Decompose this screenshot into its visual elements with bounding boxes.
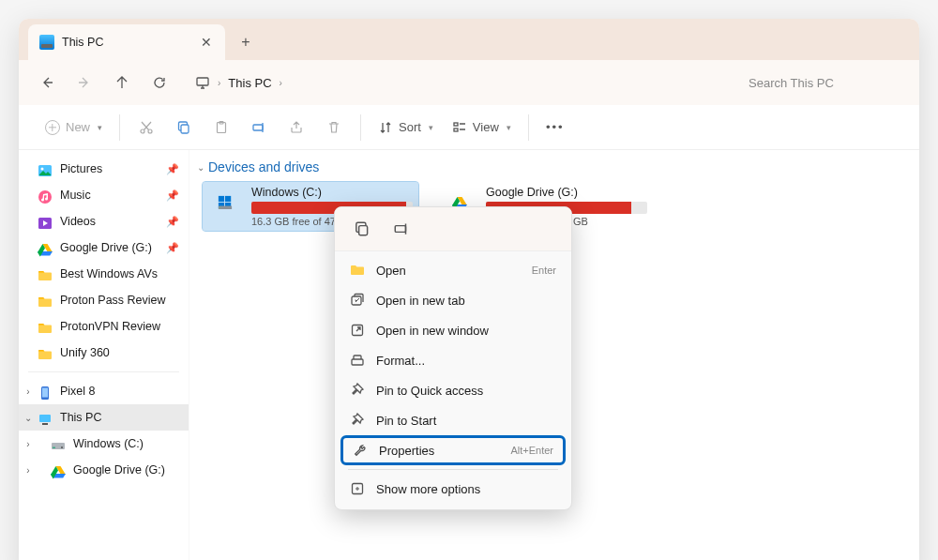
section-header-devices[interactable]: ⌄ Devices and drives [197,159,906,174]
separator [528,114,529,141]
context-menu-label: Show more options [376,482,545,496]
sidebar-quick-item[interactable]: ProtonVPN Review [19,313,189,340]
context-menu-item-open-in-new-window[interactable]: Open in new window [340,315,566,345]
music-icon [38,189,53,202]
rename-button[interactable] [242,112,276,144]
tab-this-pc[interactable]: This PC ✕ [28,24,225,60]
context-menu-item-open-in-new-tab[interactable]: Open in new tab [340,285,566,315]
search-box[interactable]: Search This PC [739,67,908,98]
context-menu-item-pin-to-quick-access[interactable]: Pin to Quick access [340,375,566,405]
share-icon [289,120,304,135]
separator [28,371,179,372]
new-label: New [66,120,90,134]
cut-button[interactable] [129,112,163,144]
context-menu-item-open[interactable]: Open Enter [340,255,566,285]
trash-icon [326,120,341,135]
context-menu-item-pin-to-start[interactable]: Pin to Start [340,405,566,435]
pictures-icon [38,163,53,175]
more-icon [350,481,365,496]
more-button[interactable]: ••• [538,112,572,144]
folder-icon [38,268,53,280]
copy-icon [176,120,191,135]
up-button[interactable] [105,66,139,99]
copy-icon [354,220,371,237]
svg-point-19 [61,446,63,448]
sidebar-item-label: Best Windows AVs [60,267,179,280]
pc-icon [38,412,53,424]
chevron-down-icon: ▾ [429,123,433,132]
file-explorer-window: This PC ✕ + › This PC › Search This PC [19,19,919,560]
expand-icon[interactable]: › [23,465,34,476]
svg-rect-27 [395,226,405,233]
breadcrumb-location[interactable]: This PC [228,76,271,90]
folder-icon [38,347,53,359]
gdrive-icon [51,464,66,477]
refresh-button[interactable] [143,66,176,99]
rename-button[interactable] [391,219,412,239]
share-button[interactable] [280,112,313,144]
new-button[interactable]: New ▾ [38,112,110,144]
sidebar-item-label: Google Drive (G:) [73,463,179,477]
folder-icon [38,295,53,307]
rename-icon [251,120,266,135]
context-menu-shortcut: Enter [532,265,556,276]
sidebar-item-label: ProtonVPN Review [60,320,179,333]
sidebar-item-label: This PC [60,411,179,424]
sidebar-tree-item[interactable]: › Pixel 8 [19,378,189,404]
pc-icon [39,35,54,50]
new-window-icon [350,323,365,338]
expand-icon[interactable]: ⌄ [23,413,34,423]
windisk-icon [208,186,242,219]
svg-rect-0 [197,78,208,85]
context-menu-label: Properties [379,444,499,458]
sidebar-quick-item[interactable]: Music 📌 [19,182,189,208]
sidebar-quick-item[interactable]: Google Drive (G:) 📌 [19,235,189,261]
section-title: Devices and drives [208,159,319,174]
close-tab-button[interactable]: ✕ [199,35,214,50]
sidebar-quick-item[interactable]: Pictures 📌 [19,156,189,182]
sidebar-quick-item[interactable]: Proton Pass Review [19,287,189,313]
expand-icon[interactable]: › [23,439,34,449]
view-button[interactable]: View ▾ [445,112,519,144]
sort-button[interactable]: Sort ▾ [371,112,441,144]
paste-button[interactable] [204,112,238,144]
sidebar-item-label: Proton Pass Review [60,294,179,307]
new-tab-button[interactable]: + [231,27,261,57]
pin-icon: 📌 [166,216,179,228]
sidebar-tree-item[interactable]: › Windows (C:) [19,431,189,457]
navigation-pane[interactable]: Pictures 📌 Music 📌 Videos 📌 Google Drive… [19,150,189,560]
sidebar-quick-item[interactable]: Unify 360 [19,340,189,366]
sidebar-tree-item[interactable]: › Google Drive (G:) [19,457,189,483]
arrow-left-icon [39,75,54,90]
context-menu-item-format[interactable]: Format... [340,345,566,375]
monitor-icon [195,75,210,90]
svg-point-25 [219,207,220,208]
sidebar-quick-item[interactable]: Best Windows AVs [19,261,189,287]
svg-point-10 [41,167,44,170]
copy-button[interactable] [352,219,372,239]
videos-icon [38,216,53,228]
separator [348,469,558,470]
back-button[interactable] [30,66,64,99]
format-icon [350,353,365,368]
context-menu-item-show-more-options[interactable]: Show more options [340,474,566,504]
svg-rect-20 [219,196,224,202]
context-menu-label: Pin to Start [376,414,545,428]
pin-icon: 📌 [166,242,179,254]
svg-rect-3 [181,125,189,133]
context-menu-item-properties[interactable]: Properties Alt+Enter [340,435,566,465]
sidebar-item-label: Google Drive (G:) [60,241,159,254]
svg-rect-7 [454,123,458,126]
svg-rect-30 [352,359,363,365]
sidebar-item-label: Unify 360 [60,346,179,359]
navigation-bar: › This PC › Search This PC [19,60,919,105]
copy-button[interactable] [167,112,201,144]
expand-icon[interactable]: › [23,386,34,397]
address-bar[interactable]: › This PC › [188,67,728,98]
chevron-down-icon: ▾ [507,123,511,132]
sidebar-quick-item[interactable]: Videos 📌 [19,208,189,235]
delete-button[interactable] [317,112,351,144]
sidebar-tree-item[interactable]: ⌄ This PC [19,404,189,431]
sort-label: Sort [399,120,421,134]
context-menu-quick-actions [335,207,571,251]
